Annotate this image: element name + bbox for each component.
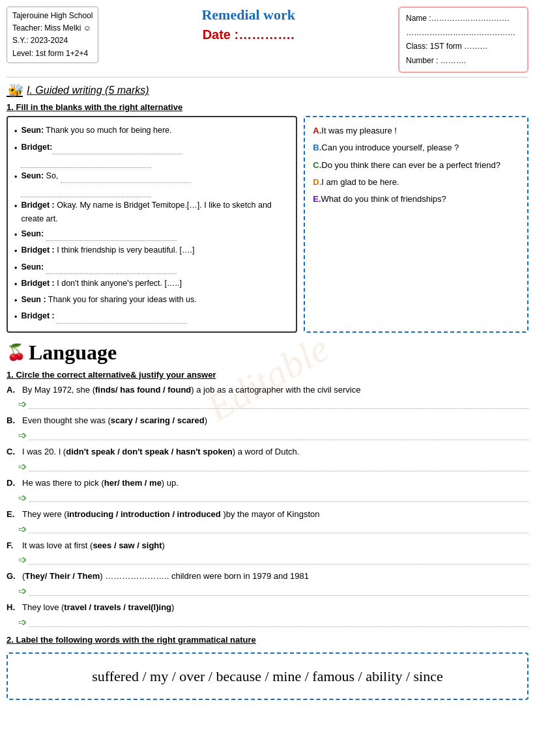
dialogue-line-10: • Bridget :: [14, 309, 289, 324]
header-center: Remedial work Date :………….: [98, 7, 398, 42]
arrow-icon-D: ➩: [18, 492, 27, 504]
exercise-C: C. I was 20. I (didn't speak / don't spe…: [7, 445, 528, 459]
arrow-A: ➩: [18, 398, 528, 410]
dialogue-line-2: • Bridget:: [14, 141, 289, 169]
number-label: Number : ……….: [406, 54, 521, 68]
arrow-B: ➩: [18, 429, 528, 441]
arrow-icon-A: ➩: [18, 398, 27, 410]
cherry-icon: 🍒: [7, 343, 26, 361]
answer-D: D.I am glad to be here.: [313, 175, 519, 189]
arrow-icon-G: ➩: [18, 585, 27, 597]
dialogue-line-5: • Seun:: [14, 227, 289, 242]
class-label: Class: 1ST form ………: [406, 40, 521, 54]
section1-label: I. Guided writing (5 marks): [27, 85, 149, 96]
exercise-E: E. They were (introducing / introduction…: [7, 508, 528, 522]
school-info: Tajerouine High School Teacher: Miss Mel…: [7, 7, 98, 63]
dialogue-line-1: • Seun: Thank you so much for being here…: [14, 124, 289, 139]
exercise-F: F. It was love at first (sees / saw / si…: [7, 539, 528, 553]
exercise-B: B. Even thought she was (scary / scaring…: [7, 414, 528, 428]
dialogue-line-9: • Seun : Thank you for sharing your idea…: [14, 293, 289, 308]
answers-box: A.It was my pleasure ! B.Can you introdu…: [304, 116, 528, 332]
arrow-H: ➩: [18, 616, 528, 628]
dialogue-line-7: • Seun:: [14, 260, 289, 275]
task2-title: 2. Label the following words with the ri…: [7, 635, 528, 645]
arrow-D: ➩: [18, 492, 528, 504]
exercise-G: G. (They/ Their / Them) ………………….. childr…: [7, 570, 528, 583]
level-info: Level: 1st form 1+2+4: [12, 48, 93, 60]
exercise-H: H. They love (travel / travels / travel(…: [7, 601, 528, 615]
word-bank-box: suffered / my / over / because / mine / …: [7, 652, 528, 700]
teacher-name: Teacher: Miss Melki ☺: [12, 22, 93, 35]
arrow-icon-H: ➩: [18, 616, 27, 628]
name-dots: ……………………………………: [406, 26, 521, 40]
page-header: Tajerouine High School Teacher: Miss Mel…: [7, 7, 528, 77]
section1-title: 🐝 I. Guided writing (5 marks): [7, 83, 528, 98]
dialogue-line-4: • Bridget : Okay. My name is Bridget Tem…: [14, 199, 289, 227]
dialogue-line-8: • Bridget : I don't think anyone's perfe…: [14, 277, 289, 292]
answer-C: C.Do you think there can ever be a perfe…: [313, 158, 519, 173]
school-year: S.Y.: 2023-2024: [12, 35, 93, 47]
arrow-E: ➩: [18, 523, 528, 535]
dialogue-line-3: • Seun: So,: [14, 169, 289, 197]
date-field: Date :………….: [105, 27, 392, 42]
exercise-A: A. By May 1972, she (finds/ has found / …: [7, 384, 528, 397]
arrow-C: ➩: [18, 460, 528, 473]
answer-B: B.Can you introduce yourself, please ?: [313, 141, 519, 155]
arrow-icon-C: ➩: [18, 460, 27, 473]
word-bank-text: suffered / my / over / because / mine / …: [21, 664, 514, 688]
language-task1-title: 1. Circle the correct alternative& justi…: [7, 370, 528, 380]
bee-icon: 🐝: [7, 83, 23, 98]
dialogue-box: • Seun: Thank you so much for being here…: [7, 116, 297, 332]
name-label: Name :…………………………: [406, 12, 521, 26]
answer-A: A.It was my pleasure !: [313, 124, 519, 138]
arrow-G: ➩: [18, 585, 528, 597]
arrow-F: ➩: [18, 553, 528, 566]
answer-E: E.What do you think of friendships?: [313, 192, 519, 206]
language-header: 🍒 Language: [7, 341, 528, 365]
dialogue-line-6: • Bridget : I think friendship is very b…: [14, 244, 289, 259]
guided-writing-section: • Seun: Thank you so much for being here…: [7, 116, 528, 332]
exercise-D: D. He was there to pick (her/ them / me)…: [7, 477, 528, 490]
arrow-icon-B: ➩: [18, 429, 27, 441]
task1-title: 1. Fill in the blanks with the right alt…: [7, 102, 528, 112]
arrow-icon-F: ➩: [18, 553, 27, 566]
school-name: Tajerouine High School: [12, 10, 93, 22]
page-title: Remedial work: [105, 7, 392, 23]
arrow-icon-E: ➩: [18, 523, 27, 535]
student-info: Name :………………………… …………………………………… Class: 1…: [398, 7, 528, 73]
language-title: Language: [29, 341, 117, 365]
